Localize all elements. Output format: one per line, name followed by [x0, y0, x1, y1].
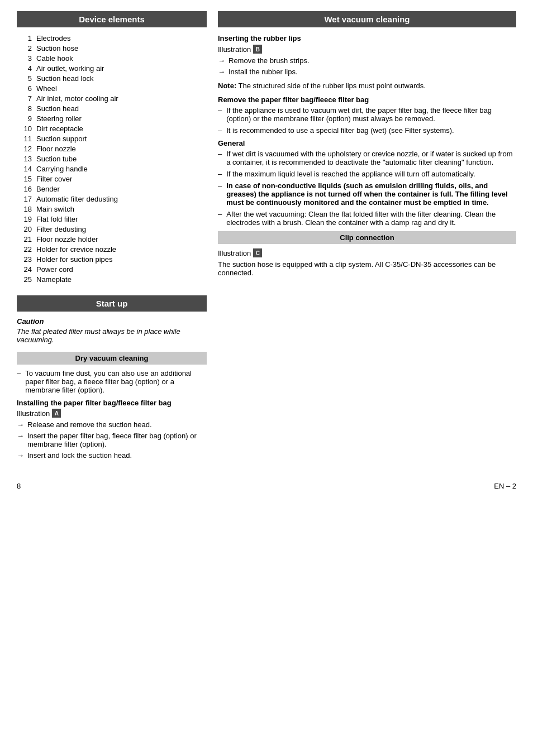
item-label: Steering roller: [36, 114, 82, 123]
item-number: 16: [20, 185, 32, 193]
startup-section: Start up Caution The flat pleated filter…: [17, 295, 207, 460]
device-list-item: 9Steering roller: [20, 113, 204, 123]
item-label: Air outlet, working air: [36, 64, 104, 73]
device-list-item: 7Air inlet, motor cooling air: [20, 93, 204, 103]
general-list-item: –If the maximum liquid level is reached …: [218, 170, 516, 178]
general-item-text: In case of non-conductive liquids (such …: [226, 181, 516, 207]
device-list: 1Electrodes2Suction hose3Cable hook4Air …: [17, 33, 207, 284]
device-list-item: 14Carrying handle: [20, 164, 204, 174]
item-label: Holder for suction pipes: [36, 255, 113, 264]
item-number: 14: [20, 165, 32, 173]
inserting-heading: Inserting the rubber lips: [218, 34, 516, 42]
device-list-item: 19Flat fold filter: [20, 214, 204, 224]
item-label: Electrodes: [36, 34, 70, 42]
note-text: Note: The structured side of the rubber …: [218, 82, 516, 90]
item-label: Cable hook: [36, 54, 73, 63]
device-list-item: 3Cable hook: [20, 53, 204, 63]
illus-a-label: Illustration: [17, 409, 50, 418]
item-number: 7: [20, 94, 32, 103]
bullet-a-item: →Insert the paper filter bag, fleece fil…: [17, 432, 207, 448]
bullet-a-text: Insert the paper filter bag, fleece filt…: [27, 432, 207, 448]
item-number: 2: [20, 44, 32, 52]
bullet-a-text: Insert and lock the suction head.: [27, 451, 132, 460]
item-label: Suction head: [36, 104, 79, 113]
page-number: 8: [17, 482, 21, 490]
device-list-item: 10Dirt receptacle: [20, 123, 204, 133]
illus-c-box: C: [253, 248, 262, 257]
illus-b-label: Illustration: [218, 45, 251, 54]
item-label: Carrying handle: [36, 165, 88, 173]
device-list-item: 16Bender: [20, 184, 204, 194]
item-number: 3: [20, 54, 32, 63]
right-column: Wet vacuum cleaning Inserting the rubber…: [218, 11, 516, 465]
general-item-text: After the wet vacuuming: Clean the flat …: [226, 210, 516, 227]
illus-c-label: Illustration: [218, 249, 251, 257]
item-label: Suction hose: [36, 44, 78, 52]
bullet-a-list: →Release and remove the suction head.→In…: [17, 420, 207, 460]
item-label: Floor nozzle: [36, 145, 76, 153]
device-list-item: 21Floor nozzle holder: [20, 234, 204, 244]
item-number: 1: [20, 34, 32, 42]
remove-list-item: –It is recommended to use a special filt…: [218, 126, 516, 135]
item-label: Floor nozzle holder: [36, 235, 98, 243]
page-footer: 8 EN – 2: [17, 482, 516, 490]
caution-text: The flat pleated filter must always be i…: [17, 327, 207, 344]
bullet-b-text: Install the rubber lips.: [229, 68, 298, 76]
general-item-text: If wet dirt is vacuumed with the upholst…: [226, 150, 516, 166]
item-label: Suction head lock: [36, 74, 94, 83]
installing-heading: Installing the paper filter bag/fleece f…: [17, 399, 207, 407]
illus-b-box: B: [253, 45, 262, 54]
arrow-icon: →: [17, 451, 24, 460]
item-label: Filter dedusting: [36, 225, 86, 233]
item-number: 5: [20, 74, 32, 83]
dash-icon: –: [218, 106, 222, 114]
bullet-b-item: →Remove the brush strips.: [218, 56, 516, 65]
device-elements-header: Device elements: [17, 11, 207, 27]
item-number: 10: [20, 125, 32, 133]
item-label: Wheel: [36, 84, 57, 93]
clip-text: The suction hose is equipped with a clip…: [218, 260, 516, 277]
general-item-text: If the maximum liquid level is reached t…: [226, 170, 475, 178]
device-list-item: 20Filter dedusting: [20, 224, 204, 234]
page-container: Device elements 1Electrodes2Suction hose…: [17, 11, 516, 465]
item-number: 19: [20, 215, 32, 223]
dash-icon: –: [218, 126, 222, 135]
item-number: 22: [20, 245, 32, 253]
item-label: Suction tube: [36, 155, 77, 163]
device-list-item: 4Air outlet, working air: [20, 63, 204, 73]
device-list-item: 11Suction support: [20, 133, 204, 143]
illus-c-ref: Illustration C: [218, 248, 516, 257]
item-label: Dirt receptacle: [36, 125, 83, 133]
arrow-icon: →: [17, 420, 24, 429]
dry-vacuum-header: Dry vacuum cleaning: [17, 352, 207, 365]
device-list-item: 8Suction head: [20, 103, 204, 113]
item-label: Suction support: [36, 135, 87, 143]
item-number: 24: [20, 265, 32, 274]
dash-icon: –: [218, 210, 222, 218]
dash-icon: –: [218, 170, 222, 178]
item-label: Bender: [36, 185, 60, 193]
arrow-icon: →: [218, 56, 225, 65]
arrow-icon: →: [17, 432, 24, 440]
dash-icon: –: [17, 369, 21, 377]
item-label: Filter cover: [36, 175, 72, 183]
device-list-item: 25Nameplate: [20, 274, 204, 284]
item-number: 11: [20, 135, 32, 143]
bullet-a-text: Release and remove the suction head.: [27, 420, 152, 429]
remove-item-text: If the appliance is used to vacuum wet d…: [226, 106, 516, 123]
bullet-b-text: Remove the brush strips.: [229, 56, 310, 65]
item-label: Power cord: [36, 265, 73, 274]
general-list-item: –After the wet vacuuming: Clean the flat…: [218, 210, 516, 227]
device-list-item: 6Wheel: [20, 83, 204, 93]
device-list-item: 1Electrodes: [20, 33, 204, 43]
bullet-b-list: →Remove the brush strips.→Install the ru…: [218, 56, 516, 76]
item-label: Flat fold filter: [36, 215, 78, 223]
remove-item-text: It is recommended to use a special filte…: [226, 126, 454, 135]
startup-header: Start up: [17, 295, 207, 312]
illus-b-ref: Illustration B: [218, 45, 516, 54]
general-list-item: –If wet dirt is vacuumed with the uphols…: [218, 150, 516, 166]
caution-label: Caution: [17, 317, 207, 326]
lang-code: EN – 2: [494, 482, 516, 490]
item-number: 6: [20, 84, 32, 93]
wet-vacuum-header: Wet vacuum cleaning: [218, 11, 516, 27]
